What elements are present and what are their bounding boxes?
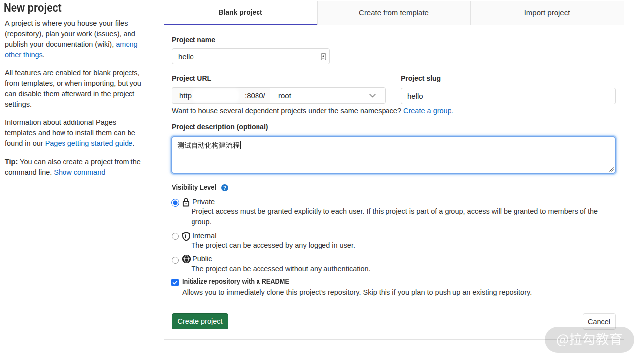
svg-text:?: ?: [223, 185, 226, 191]
